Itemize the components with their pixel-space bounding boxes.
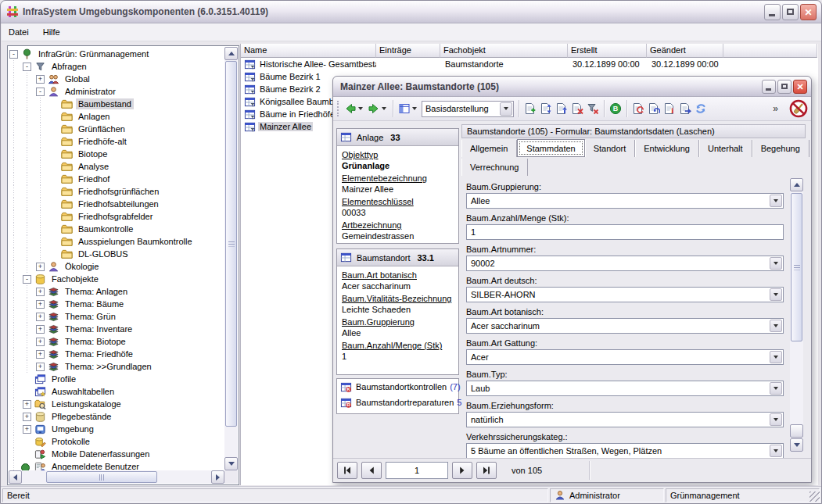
minimize-button[interactable] (764, 4, 781, 20)
form-field-control[interactable]: 90002 (466, 256, 784, 271)
tree-item-label[interactable]: Thema: Anlagen (63, 286, 130, 297)
tree-item-label[interactable]: Thema: >>Grundlagen (63, 361, 154, 372)
tree-expander[interactable]: + (36, 350, 45, 359)
tree-expander[interactable]: + (36, 313, 45, 321)
toolbar-button[interactable] (630, 99, 646, 118)
dropdown-button[interactable] (770, 351, 782, 363)
dropdown-button[interactable] (770, 257, 782, 270)
tree-item-label[interactable]: Angemeldete Benutzer (49, 461, 142, 470)
dialog-minimize-button[interactable] (762, 80, 776, 94)
tree-item-label[interactable]: Thema: Biotope (63, 336, 128, 347)
form-tab[interactable]: Entwicklung (635, 140, 699, 157)
toolbar-button[interactable] (693, 99, 709, 118)
toolbar-button[interactable] (569, 99, 585, 118)
form-field-control[interactable]: natürlich (466, 412, 784, 427)
column-header-erstellt[interactable]: Erstellt (568, 44, 647, 58)
tree-item-label[interactable]: Thema: Bäume (63, 298, 126, 309)
column-header-geändert[interactable]: Geändert (647, 44, 723, 58)
tree-item-label[interactable]: Baumkontrolle (76, 223, 135, 234)
toolbar-button[interactable]: B (608, 99, 623, 118)
info-field-label[interactable]: Baum.Art botanisch (342, 270, 454, 281)
tree-item[interactable]: Baumbestand (9, 98, 224, 110)
tree-item-label[interactable]: Global (63, 73, 92, 84)
tree-item[interactable]: - Administrator (9, 85, 224, 98)
toolbar-button[interactable]: i (662, 99, 677, 118)
tree-expander[interactable]: - (23, 63, 31, 71)
form-field-control[interactable]: 1 (466, 224, 784, 240)
tree-expander[interactable]: + (36, 300, 45, 309)
tree-item[interactable]: + Thema: Biotope (9, 335, 224, 348)
toolbar-button[interactable] (585, 99, 601, 118)
form-scroll-page-down[interactable] (790, 424, 803, 438)
menu-datei[interactable]: Datei (2, 25, 36, 39)
form-tab[interactable]: Verrechnung (461, 159, 528, 176)
tree-item-label[interactable]: Baumbestand (76, 98, 134, 109)
dropdown-button[interactable] (770, 445, 782, 457)
tree-item[interactable]: Friedhofsgrabfelder (9, 210, 224, 223)
tree-item-label[interactable]: Friedhof (76, 173, 112, 184)
info-field-label[interactable]: Objekttyp (342, 149, 454, 160)
tree-item[interactable]: Auswahltabellen (9, 385, 224, 398)
form-tab[interactable]: Unterhalt (699, 140, 752, 157)
tree-item[interactable]: Friedhofsgrünflächen (9, 185, 224, 198)
tree-item[interactable]: Biotope (9, 148, 224, 160)
toolbar-button[interactable] (554, 99, 569, 118)
info-field-label[interactable]: Artbezeichnung (342, 220, 454, 231)
toolbar-button[interactable] (522, 99, 538, 118)
column-header-fachobjekt[interactable]: Fachobjekt (440, 44, 568, 58)
form-scroll-down-button[interactable] (790, 438, 803, 452)
section-header[interactable]: Anlage 33 (337, 129, 458, 146)
related-link[interactable]: R Baumstandortreparaturen 5 (337, 395, 458, 410)
form-tab[interactable]: Standort (585, 140, 636, 157)
info-field-label[interactable]: Baum.Anzahl/Menge (Stk) (342, 340, 454, 351)
record-number-input[interactable] (386, 462, 448, 479)
tree-item-label[interactable]: Friedhofsgrabfelder (76, 211, 155, 222)
toolbar-overflow-chevron[interactable]: » (773, 103, 778, 114)
tree-item-label[interactable]: Leistungskataloge (49, 399, 124, 409)
combo-dropdown-button[interactable] (500, 102, 512, 116)
scroll-up-button[interactable] (224, 47, 238, 60)
tree-expander[interactable]: - (23, 275, 31, 284)
dialog-maximize-button[interactable] (777, 80, 791, 94)
tree-item[interactable]: DL-GLOBUS (9, 248, 224, 260)
tree-expander[interactable]: - (9, 50, 18, 59)
tree-item-label[interactable]: Thema: Friedhöfe (63, 349, 135, 359)
tree-expander[interactable]: + (36, 363, 45, 371)
form-scroll-up-button[interactable] (790, 178, 803, 191)
tree-expander[interactable]: - (36, 88, 45, 96)
dialog-close-button[interactable] (793, 80, 807, 94)
dropdown-button[interactable] (770, 195, 782, 207)
column-header-extra[interactable] (723, 44, 817, 58)
dropdown-button[interactable] (770, 413, 782, 426)
tree-expander[interactable]: + (23, 425, 31, 434)
form-field-control[interactable]: Laub (466, 381, 784, 396)
column-header-einträge[interactable]: Einträge (376, 44, 440, 58)
dropdown-button[interactable] (770, 320, 782, 332)
view-selector-combobox[interactable]: Basisdarstellung (422, 101, 514, 117)
dropdown-button[interactable] (770, 382, 782, 395)
previous-record-button[interactable] (361, 462, 382, 479)
column-header-name[interactable]: Name (241, 44, 376, 58)
form-field-control[interactable]: Acer (466, 349, 784, 365)
tree-item[interactable]: Angemeldete Benutzer (9, 460, 224, 470)
related-link[interactable]: K Baumstandortkontrollen (7) (337, 379, 458, 395)
tree-item-label[interactable]: Administrator (63, 86, 118, 97)
tree-item[interactable]: + Thema: Bäume (9, 298, 224, 310)
tree-item[interactable]: Friedhof (9, 173, 224, 185)
tree-item-label[interactable]: Thema: Inventare (63, 323, 135, 334)
tree-item-label[interactable]: Anlagen (76, 111, 112, 122)
no-dig-icon[interactable] (789, 99, 808, 118)
tree-expander[interactable]: + (36, 325, 45, 334)
form-field-control[interactable]: SILBER-AHORN (466, 287, 784, 302)
related-link-label[interactable]: Baumstandortreparaturen (356, 398, 454, 407)
tree-item-label[interactable]: Abfragen (49, 61, 89, 72)
tree-item[interactable]: + Global (9, 73, 224, 85)
tree-item-label[interactable]: Ökologie (63, 261, 101, 272)
tree-item[interactable]: - InfraGrün: Grünmanagement (9, 48, 224, 60)
tree-item-label[interactable]: Protokolle (49, 436, 92, 447)
maximize-button[interactable] (782, 4, 799, 20)
form-tab[interactable]: Stammdaten (517, 139, 584, 157)
tree-item-label[interactable]: Friedhöfe-alt (76, 136, 129, 147)
tree-item[interactable]: Protokolle (9, 435, 224, 448)
table-row[interactable]: Historische Allee- Gesamtbestand Baumsta… (241, 58, 818, 70)
